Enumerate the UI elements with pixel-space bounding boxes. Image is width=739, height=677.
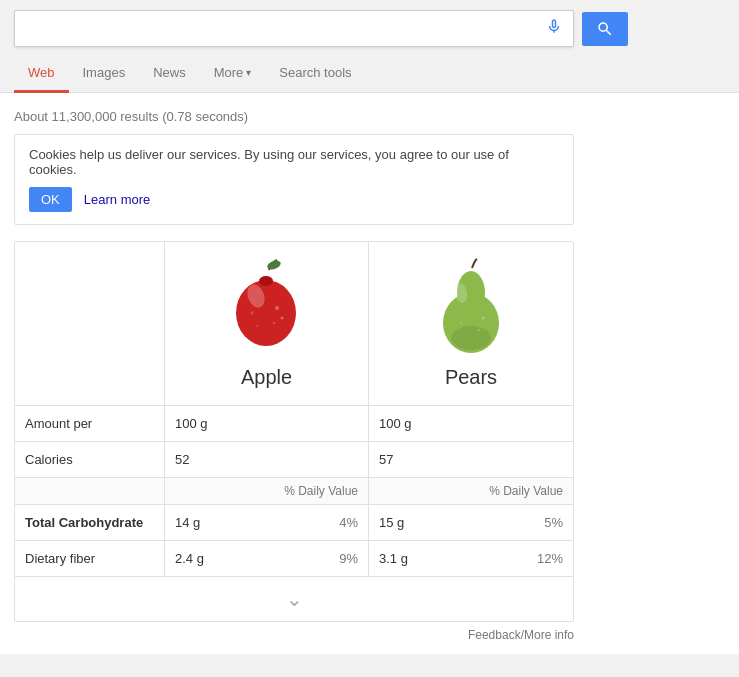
tab-news[interactable]: News [139, 55, 200, 93]
tab-web[interactable]: Web [14, 55, 69, 93]
microphone-icon[interactable] [545, 17, 563, 40]
search-button[interactable] [582, 12, 628, 46]
nutrition-row-carb: Total Carbohydrate 14 g 4% 15 g 5% [15, 505, 573, 541]
cookie-ok-button[interactable]: OK [29, 187, 72, 212]
nutrition-row-fiber: Dietary fiber 2.4 g 9% 3.1 g 12% [15, 541, 573, 577]
cookie-notice-text: Cookies help us deliver our services. By… [29, 147, 559, 177]
search-input[interactable]: apples vs pears [25, 20, 539, 38]
search-box-wrapper: apples vs pears [14, 10, 574, 47]
results-info: About 11,300,000 results (0.78 seconds) [14, 103, 725, 134]
svg-point-12 [451, 326, 491, 350]
svg-point-13 [482, 317, 485, 320]
svg-point-15 [460, 322, 462, 324]
search-bar-row: apples vs pears [14, 10, 725, 47]
main-content: About 11,300,000 results (0.78 seconds) … [0, 93, 739, 654]
nav-tabs: Web Images News More ▾ Search tools [0, 55, 739, 93]
calories-val-a: 52 [165, 442, 369, 477]
apple-image [222, 258, 312, 358]
fiber-val-a: 2.4 g 9% [165, 541, 369, 576]
calories-label: Calories [15, 442, 165, 477]
svg-point-1 [236, 280, 296, 346]
tab-images[interactable]: Images [69, 55, 140, 93]
nutrition-row-amount: Amount per 100 g 100 g [15, 406, 573, 442]
show-more-chevron-icon: ⌄ [286, 587, 303, 611]
pct-header-b: % Daily Value [369, 478, 573, 504]
svg-point-5 [280, 317, 283, 320]
show-more-row[interactable]: ⌄ [15, 577, 573, 621]
pct-header-row: % Daily Value % Daily Value [15, 478, 573, 505]
feedback-link[interactable]: Feedback/More info [14, 622, 574, 644]
carb-val-a: 14 g 4% [165, 505, 369, 540]
pear-image [431, 258, 511, 358]
fruit-header-empty [15, 242, 165, 405]
svg-point-7 [250, 312, 253, 315]
carb-val-b: 15 g 5% [369, 505, 573, 540]
pear-col-header: Pears [369, 242, 573, 405]
apple-name: Apple [241, 366, 292, 389]
pct-header-empty [15, 478, 165, 504]
svg-point-8 [256, 325, 258, 327]
amount-val-b: 100 g [369, 406, 573, 441]
amount-val-a: 100 g [165, 406, 369, 441]
amount-label: Amount per [15, 406, 165, 441]
comparison-card: Apple [14, 241, 574, 622]
nutrition-row-calories: Calories 52 57 [15, 442, 573, 478]
apple-col-header: Apple [165, 242, 369, 405]
pct-header-a: % Daily Value [165, 478, 369, 504]
fiber-val-b: 3.1 g 12% [369, 541, 573, 576]
more-dropdown-arrow: ▾ [246, 67, 251, 78]
carb-label: Total Carbohydrate [15, 505, 165, 540]
fiber-label: Dietary fiber [15, 541, 165, 576]
svg-point-6 [273, 322, 275, 324]
svg-point-14 [478, 329, 480, 331]
cookie-notice: Cookies help us deliver our services. By… [14, 134, 574, 225]
fruit-header: Apple [15, 242, 573, 406]
tab-search-tools[interactable]: Search tools [265, 55, 365, 93]
cookie-actions: OK Learn more [29, 187, 559, 212]
calories-val-b: 57 [369, 442, 573, 477]
svg-point-4 [275, 306, 279, 310]
pear-name: Pears [445, 366, 497, 389]
svg-point-3 [259, 276, 273, 286]
tab-more[interactable]: More ▾ [200, 55, 266, 93]
header: apples vs pears [0, 0, 739, 47]
learn-more-link[interactable]: Learn more [84, 192, 150, 207]
